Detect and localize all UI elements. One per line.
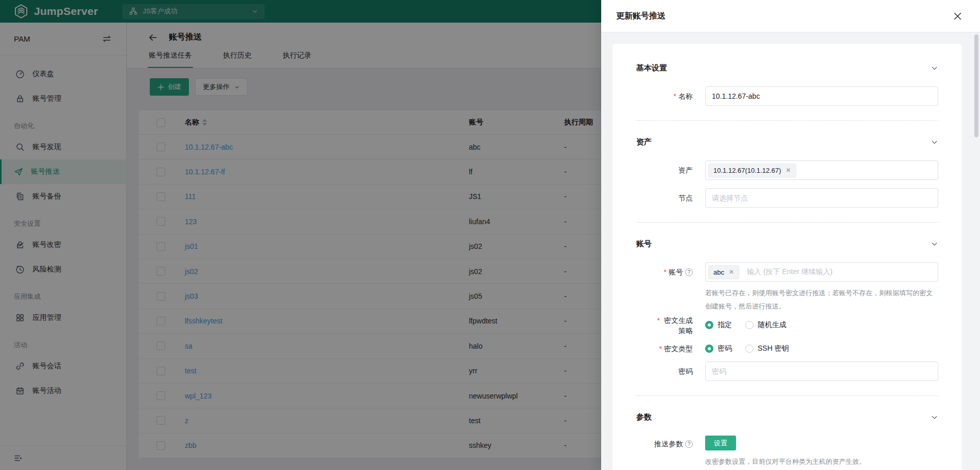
name-field-row: *名称 — [636, 86, 938, 106]
required-asterisk: * — [659, 344, 662, 354]
radio-selected-icon[interactable] — [705, 321, 713, 329]
section-assets: 资产 — [636, 137, 938, 147]
drawer-form: 基本设置 *名称 资产 资产 — [612, 44, 962, 470]
secret-type-row: * 密文类型 密码SSH 密钥 — [636, 339, 938, 358]
required-asterisk: * — [674, 92, 676, 102]
section-basic-settings: 基本设置 — [636, 63, 938, 73]
remove-tag-icon[interactable]: ✕ — [786, 167, 791, 174]
account-input-placeholder: 输入 (按下 Enter 继续输入) — [747, 267, 832, 277]
help-icon[interactable]: ? — [685, 440, 693, 448]
radio-option[interactable]: 随机生成 — [745, 320, 786, 330]
secret-type-radio-group: 密码SSH 密钥 — [705, 339, 938, 358]
asset-select[interactable]: 10.1.12.67(10.1.12.67) ✕ — [705, 160, 938, 180]
drawer-body: 基本设置 *名称 资产 资产 — [601, 32, 980, 470]
set-params-button[interactable]: 设置 — [705, 436, 736, 450]
remove-tag-icon[interactable]: ✕ — [729, 268, 734, 276]
push-params-row: 推送参数 ? 设置 改密参数设置，目前仅对平台种类为主机的资产生效。 — [636, 436, 938, 468]
chevron-down-icon[interactable] — [931, 413, 938, 421]
divider — [636, 222, 938, 223]
scrollbar-thumb[interactable] — [974, 34, 978, 137]
account-tag: abc ✕ — [708, 265, 739, 279]
password-input[interactable] — [705, 361, 938, 381]
radio-selected-icon[interactable] — [705, 345, 713, 353]
close-icon[interactable] — [953, 11, 962, 21]
secret-strategy-radio-group: 指定随机生成 — [705, 315, 938, 335]
radio-option[interactable]: 指定 — [705, 320, 732, 330]
chevron-down-icon[interactable] — [931, 64, 938, 72]
account-tag-input[interactable]: abc ✕ 输入 (按下 Enter 继续输入) — [705, 262, 938, 282]
password-field-row: 密码 — [636, 361, 938, 381]
radio-option[interactable]: 密码 — [705, 344, 732, 353]
asset-tag: 10.1.12.67(10.1.12.67) ✕ — [708, 164, 796, 177]
update-push-drawer: 更新账号推送 基本设置 *名称 资产 — [601, 0, 980, 470]
help-icon[interactable]: ? — [685, 268, 693, 276]
node-field-row: 节点 — [636, 188, 938, 208]
radio-option[interactable]: SSH 密钥 — [745, 344, 789, 353]
chevron-down-icon[interactable] — [931, 138, 938, 146]
radio-label: 密码 — [717, 344, 732, 353]
radio-label: 指定 — [717, 320, 732, 330]
radio-label: 随机生成 — [758, 320, 786, 330]
radio-unselected-icon[interactable] — [745, 345, 754, 353]
radio-label: SSH 密钥 — [758, 344, 789, 353]
divider — [636, 120, 938, 121]
divider — [636, 395, 938, 396]
secret-strategy-row: * 密文生成策略 指定随机生成 — [636, 315, 938, 336]
node-select-input[interactable] — [705, 188, 938, 208]
asset-field-row: 资产 10.1.12.67(10.1.12.67) ✕ — [636, 160, 938, 180]
params-help-text: 改密参数设置，目前仅对平台种类为主机的资产生效。 — [705, 455, 938, 468]
drawer-header: 更新账号推送 — [601, 0, 980, 32]
required-asterisk: * — [664, 267, 667, 278]
chevron-down-icon[interactable] — [931, 240, 938, 248]
account-help-text: 若账号已存在，则使用账号密文进行推送；若账号不存在，则根据填写的密文创建账号，然… — [705, 286, 938, 313]
section-accounts: 账号 — [636, 239, 938, 249]
drawer-title: 更新账号推送 — [616, 11, 666, 22]
name-input[interactable] — [705, 86, 938, 106]
radio-unselected-icon[interactable] — [745, 321, 754, 329]
required-asterisk: * — [657, 316, 660, 326]
section-params: 参数 — [636, 412, 938, 422]
account-field-row: * 账号 ? abc ✕ 输入 (按下 Enter 继续输入) 若账号已存在，则… — [636, 262, 938, 313]
